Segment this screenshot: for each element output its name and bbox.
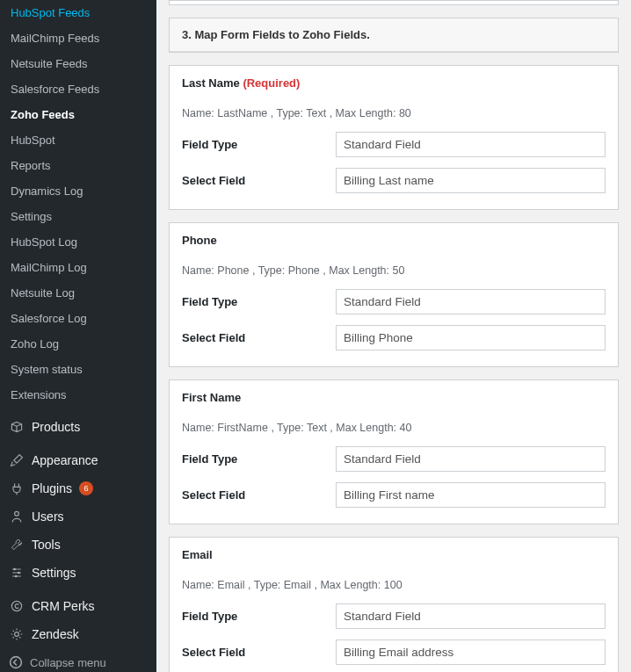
- sidebar-item-zoho-feeds[interactable]: Zoho Feeds: [0, 102, 156, 127]
- select-field-select[interactable]: Billing Last name: [336, 168, 606, 193]
- field-type-row: Field TypeStandard Field: [170, 126, 618, 163]
- field-mapping-panel: Email Name: Email , Type: Email , Max Le…: [169, 537, 619, 672]
- sidebar-item-label: Reports: [11, 159, 51, 172]
- sidebar-item-settings[interactable]: Settings: [0, 204, 156, 229]
- crm-icon: [9, 599, 25, 613]
- sidebar-item-label: HubSpot Feeds: [11, 6, 90, 19]
- sidebar-main-appearance[interactable]: Appearance: [0, 446, 156, 474]
- required-label: (Required): [243, 76, 300, 90]
- sidebar-main-label: Tools: [32, 538, 61, 552]
- field-type-row: Field TypeStandard Field: [170, 441, 618, 477]
- sidebar-item-hubspot-log[interactable]: HubSpot Log: [0, 229, 156, 255]
- select-field-row: Select FieldBilling Email address: [170, 634, 618, 670]
- wrench-icon: [9, 538, 25, 552]
- section-heading: 3. Map Form Fields to Zoho Fields.: [170, 18, 618, 52]
- field-title-text: Phone: [182, 234, 217, 247]
- select-field-select[interactable]: Billing First name: [336, 482, 606, 508]
- sidebar-item-reports[interactable]: Reports: [0, 153, 156, 178]
- svg-point-0: [15, 511, 19, 516]
- sidebar-main-label: Zendesk: [32, 627, 79, 641]
- sidebar-item-label: Netsuite Log: [11, 286, 75, 300]
- select-field-row: Select FieldBilling First name: [170, 477, 618, 513]
- sidebar-main-label: Appearance: [32, 453, 98, 467]
- sidebar-item-system-status[interactable]: System status: [0, 357, 156, 382]
- field-type-select[interactable]: Standard Field: [336, 132, 606, 157]
- sidebar-item-extensions[interactable]: Extensions: [0, 382, 156, 408]
- sidebar-main-label: Products: [32, 420, 80, 434]
- field-title-text: Email: [182, 548, 213, 561]
- sidebar-item-hubspot-feeds[interactable]: HubSpot Feeds: [0, 0, 156, 25]
- sidebar-item-salesforce-feeds[interactable]: Salesforce Feeds: [0, 76, 156, 102]
- sidebar-main-crm-perks[interactable]: CRM Perks: [0, 592, 156, 620]
- sidebar-main-label: Plugins: [32, 481, 72, 495]
- sidebar-item-zoho-log[interactable]: Zoho Log: [0, 331, 156, 357]
- field-type-label: Field Type: [182, 138, 336, 151]
- gear-icon: [9, 627, 25, 641]
- select-field-select[interactable]: Billing Email address: [336, 639, 606, 665]
- sidebar-item-mailchimp-log[interactable]: MailChimp Log: [0, 255, 156, 280]
- plug-icon: [9, 481, 25, 495]
- sidebar-item-mailchimp-feeds[interactable]: MailChimp Feeds: [0, 25, 156, 51]
- field-type-select[interactable]: Standard Field: [336, 446, 606, 472]
- select-field-select[interactable]: Billing Phone: [336, 325, 606, 350]
- field-meta: Name: FirstName , Type: Text , Max Lengt…: [170, 420, 618, 441]
- select-field-label: Select Field: [182, 646, 336, 659]
- field-title-text: Last Name: [182, 76, 243, 90]
- field-meta: Name: Phone , Type: Phone , Max Length: …: [170, 263, 618, 284]
- sliders-icon: [9, 566, 25, 580]
- svg-point-4: [11, 601, 21, 611]
- main-content: 3. Map Form Fields to Zoho Fields. Last …: [156, 0, 631, 672]
- sidebar-item-label: Settings: [11, 210, 52, 223]
- svg-point-6: [11, 657, 22, 668]
- sidebar-item-hubspot[interactable]: HubSpot: [0, 127, 156, 153]
- sidebar-main-tools[interactable]: Tools: [0, 531, 156, 559]
- header-panel: 3. Map Form Fields to Zoho Fields.: [169, 18, 619, 53]
- select-field-row: Select FieldBilling Phone: [170, 320, 618, 356]
- sidebar-item-netsuite-feeds[interactable]: Netsuite Feeds: [0, 51, 156, 76]
- sidebar-main-plugins[interactable]: Plugins6: [0, 474, 156, 502]
- field-mapping-panel: Last Name (Required)Name: LastName , Typ…: [169, 65, 619, 210]
- sidebar-item-netsuite-log[interactable]: Netsuite Log: [0, 280, 156, 306]
- sidebar-item-label: Extensions: [11, 388, 67, 401]
- sidebar-main-label: Settings: [32, 566, 76, 580]
- sidebar-item-label: HubSpot: [11, 134, 55, 147]
- select-field-label: Select Field: [182, 488, 336, 502]
- field-type-label: Field Type: [182, 295, 336, 308]
- field-meta: Name: LastName , Type: Text , Max Length…: [170, 105, 618, 126]
- sidebar-item-label: Salesforce Feeds: [11, 83, 99, 96]
- svg-point-3: [15, 575, 17, 577]
- field-mapping-panel: Phone Name: Phone , Type: Phone , Max Le…: [169, 222, 619, 367]
- sidebar-item-label: Dynamics Log: [11, 184, 83, 198]
- sidebar-item-salesforce-log[interactable]: Salesforce Log: [0, 306, 156, 331]
- field-type-label: Field Type: [182, 610, 336, 623]
- sidebar-item-label: Salesforce Log: [11, 312, 87, 325]
- update-badge: 6: [79, 481, 93, 495]
- sidebar-main-zendesk[interactable]: Zendesk: [0, 620, 156, 648]
- field-meta: Name: Email , Type: Email , Max Length: …: [170, 577, 618, 598]
- sidebar-main-users[interactable]: Users: [0, 502, 156, 531]
- top-border-strip: [169, 0, 619, 5]
- select-field-row: Select FieldBilling Last name: [170, 163, 618, 199]
- field-title-text: First Name: [182, 391, 241, 404]
- svg-point-1: [13, 568, 15, 570]
- sidebar-main-label: CRM Perks: [32, 599, 95, 613]
- sidebar-item-label: Netsuite Feeds: [11, 57, 87, 70]
- sidebar-item-dynamics-log[interactable]: Dynamics Log: [0, 178, 156, 204]
- sidebar-item-label: System status: [11, 363, 83, 376]
- svg-point-2: [18, 572, 19, 574]
- sidebar-item-label: Zoho Feeds: [11, 108, 75, 121]
- select-field-label: Select Field: [182, 331, 336, 344]
- field-type-select[interactable]: Standard Field: [336, 603, 606, 629]
- sidebar-main-settings-main[interactable]: Settings: [0, 559, 156, 587]
- sidebar-item-label: Zoho Log: [11, 337, 59, 350]
- sidebar-main-label: Users: [32, 509, 64, 524]
- field-title: First Name: [170, 380, 618, 409]
- field-type-select[interactable]: Standard Field: [336, 289, 606, 314]
- collapse-label: Collapse menu: [30, 656, 106, 669]
- collapse-menu[interactable]: Collapse menu: [0, 648, 156, 672]
- sidebar-main-products[interactable]: Products: [0, 413, 156, 441]
- box-icon: [9, 420, 25, 434]
- user-icon: [9, 509, 25, 524]
- select-field-label: Select Field: [182, 174, 336, 187]
- admin-sidebar: HubSpot FeedsMailChimp FeedsNetsuite Fee…: [0, 0, 156, 672]
